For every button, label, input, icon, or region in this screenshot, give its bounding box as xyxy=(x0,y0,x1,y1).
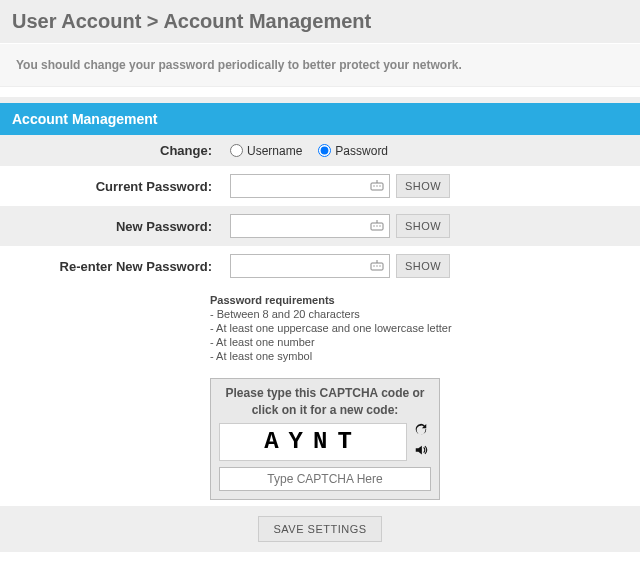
requirement-line: - At least one number xyxy=(210,336,640,348)
captcha-image[interactable]: AYNT xyxy=(219,423,407,461)
row-reenter-password: Re-enter New Password: SHOW xyxy=(0,246,640,286)
show-new-button[interactable]: SHOW xyxy=(396,214,450,238)
requirement-line: - At least one symbol xyxy=(210,350,640,362)
section-title: Account Management xyxy=(0,103,640,135)
row-current-password: Current Password: SHOW xyxy=(0,166,640,206)
reenter-password-input[interactable] xyxy=(230,254,390,278)
password-requirements: Password requirements - Between 8 and 20… xyxy=(210,286,640,372)
captcha-instruction: Please type this CAPTCHA code or click o… xyxy=(219,385,431,419)
row-new-password: New Password: SHOW xyxy=(0,206,640,246)
radio-password[interactable]: Password xyxy=(318,144,388,158)
breadcrumb-separator: > xyxy=(147,10,159,32)
captcha-input[interactable] xyxy=(219,467,431,491)
speaker-icon xyxy=(414,443,428,460)
save-settings-button[interactable]: SAVE SETTINGS xyxy=(258,516,381,542)
current-password-input[interactable] xyxy=(230,174,390,198)
row-change: Change: Username Password xyxy=(0,135,640,166)
radio-username[interactable]: Username xyxy=(230,144,302,158)
requirements-title: Password requirements xyxy=(210,294,640,306)
label-reenter-password: Re-enter New Password: xyxy=(10,259,230,274)
radio-password-input[interactable] xyxy=(318,144,331,157)
label-current-password: Current Password: xyxy=(10,179,230,194)
breadcrumb-segment-1: User Account xyxy=(12,10,141,32)
label-new-password: New Password: xyxy=(10,219,230,234)
show-reenter-button[interactable]: SHOW xyxy=(396,254,450,278)
requirement-line: - At least one uppercase and one lowerca… xyxy=(210,322,640,334)
radio-password-label: Password xyxy=(335,144,388,158)
radio-username-input[interactable] xyxy=(230,144,243,157)
captcha-refresh-button[interactable] xyxy=(411,423,431,441)
refresh-icon xyxy=(414,423,428,440)
notice-text: You should change your password periodic… xyxy=(0,43,640,87)
captcha-audio-button[interactable] xyxy=(411,443,431,461)
breadcrumb-segment-2: Account Management xyxy=(163,10,371,32)
captcha-box: Please type this CAPTCHA code or click o… xyxy=(210,378,440,500)
page-header: User Account > Account Management xyxy=(0,0,640,43)
breadcrumb: User Account > Account Management xyxy=(12,10,628,33)
radio-username-label: Username xyxy=(247,144,302,158)
label-change: Change: xyxy=(10,143,230,158)
show-current-button[interactable]: SHOW xyxy=(396,174,450,198)
requirement-line: - Between 8 and 20 characters xyxy=(210,308,640,320)
new-password-input[interactable] xyxy=(230,214,390,238)
save-row: SAVE SETTINGS xyxy=(0,506,640,552)
